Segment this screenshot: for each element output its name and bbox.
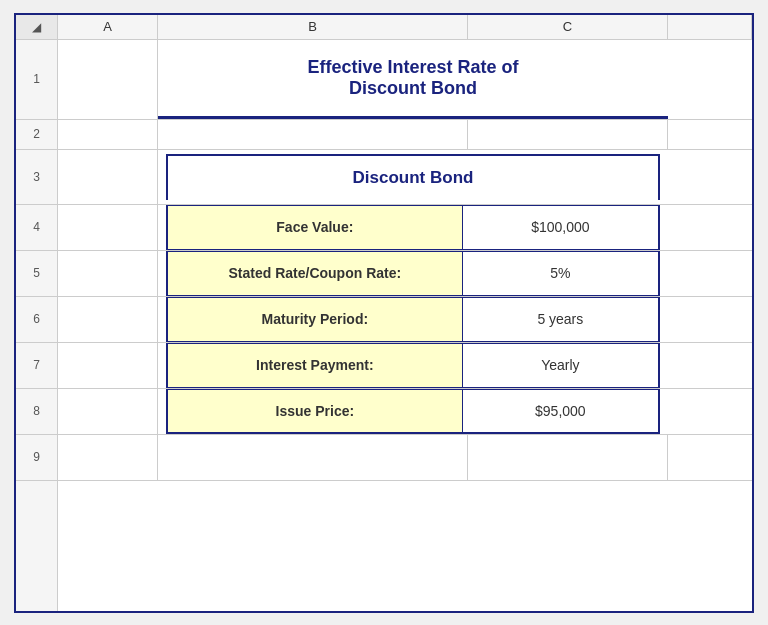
stated-rate-value: 5% [462,251,659,295]
title-line2: Discount Bond [349,78,477,98]
cell-4bc: Face Value: $100,000 [158,205,668,250]
cell-7-extra [668,343,752,388]
cell-8a [58,389,158,434]
cell-7a [58,343,158,388]
title-text: Effective Interest Rate of Discount Bond [307,57,518,99]
row-numbers: 1 2 3 4 5 6 7 8 9 [16,40,58,611]
col-header-a: A [58,15,158,39]
cell-2b [158,120,468,149]
cell-5bc: Stated Rate/Coupon Rate: 5% [158,251,668,296]
column-headers: ◢ A B C [16,15,752,40]
face-value-value: $100,000 [462,205,659,249]
row-num-7: 7 [16,343,57,389]
table-row: Issue Price: $95,000 [167,389,659,433]
row-num-3: 3 [16,150,57,205]
spreadsheet-body: 1 2 3 4 5 6 7 8 9 Effective Interest Rat… [16,40,752,611]
cell-7bc: Interest Payment: Yearly [158,343,668,388]
cell-1bc-title: Effective Interest Rate of Discount Bond [158,40,668,119]
row8-table: Issue Price: $95,000 [166,389,660,434]
table-row: Stated Rate/Coupon Rate: 5% [167,251,659,295]
title-line1: Effective Interest Rate of [307,57,518,77]
row-3: Discount Bond [58,150,752,205]
row5-table: Stated Rate/Coupon Rate: 5% [166,251,660,296]
col-header-extra [668,15,752,39]
row-2 [58,120,752,150]
cell-5a [58,251,158,296]
cell-9c [468,435,668,480]
row-num-6: 6 [16,297,57,343]
col-header-c: C [468,15,668,39]
row-num-5: 5 [16,251,57,297]
row-num-8: 8 [16,389,57,435]
table-header-row: Discount Bond [167,155,659,200]
cell-6-extra [668,297,752,342]
cell-6bc: Maturity Period: 5 years [158,297,668,342]
grid-content: Effective Interest Rate of Discount Bond [58,40,752,611]
discount-bond-table: Discount Bond [166,154,660,200]
cell-2c [468,120,668,149]
cell-1-extra [668,40,752,119]
cell-8-extra [668,389,752,434]
row-4: Face Value: $100,000 [58,205,752,251]
row6-table: Maturity Period: 5 years [166,297,660,342]
cell-3a [58,150,158,204]
row-num-9: 9 [16,435,57,481]
col-header-b: B [158,15,468,39]
row7-table: Interest Payment: Yearly [166,343,660,388]
cell-9a [58,435,158,480]
cell-3-extra [668,150,752,204]
maturity-period-label: Maturity Period: [167,297,462,341]
cell-9-extra [668,435,752,480]
cell-4-extra [668,205,752,250]
cell-8bc: Issue Price: $95,000 [158,389,668,434]
cell-2a [58,120,158,149]
maturity-period-value: 5 years [462,297,659,341]
cell-1a [58,40,158,119]
row-num-2: 2 [16,120,57,150]
row-num-4: 4 [16,205,57,251]
face-value-label: Face Value: [167,205,462,249]
row-num-1: 1 [16,40,57,120]
corner-cell: ◢ [16,15,58,39]
row-1: Effective Interest Rate of Discount Bond [58,40,752,120]
table-header-cell: Discount Bond [167,155,659,200]
cell-4a [58,205,158,250]
row-5: Stated Rate/Coupon Rate: 5% [58,251,752,297]
table-row: Interest Payment: Yearly [167,343,659,387]
cell-9b [158,435,468,480]
interest-payment-value: Yearly [462,343,659,387]
cell-6a [58,297,158,342]
row4-table: Face Value: $100,000 [166,205,660,250]
issue-price-label: Issue Price: [167,389,462,433]
cell-2-extra [668,120,752,149]
table-row: Maturity Period: 5 years [167,297,659,341]
interest-payment-label: Interest Payment: [167,343,462,387]
table-row: Face Value: $100,000 [167,205,659,249]
cell-3bc: Discount Bond [158,150,668,204]
row-9 [58,435,752,481]
spreadsheet: ◢ A B C 1 2 3 4 5 6 7 8 9 Effective Inte [14,13,754,613]
issue-price-value: $95,000 [462,389,659,433]
cell-5-extra [668,251,752,296]
stated-rate-label: Stated Rate/Coupon Rate: [167,251,462,295]
row-7: Interest Payment: Yearly [58,343,752,389]
row-6: Maturity Period: 5 years [58,297,752,343]
row-8: Issue Price: $95,000 [58,389,752,435]
